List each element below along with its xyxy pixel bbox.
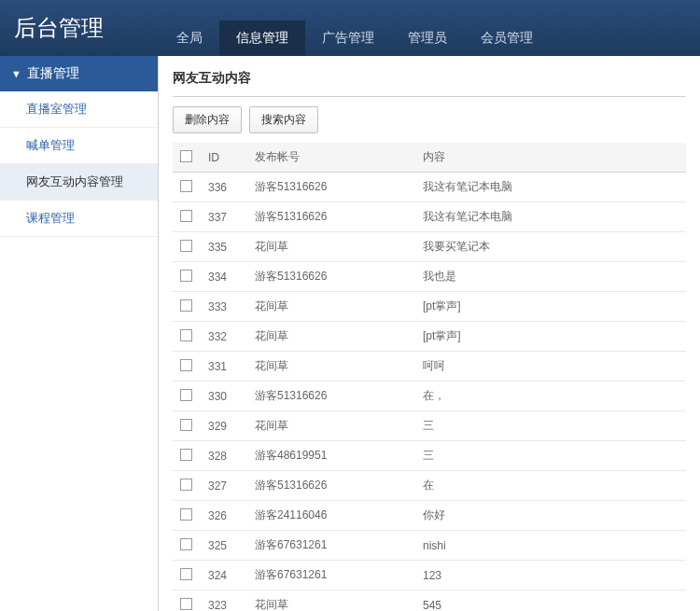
nav-item[interactable]: 全局 xyxy=(160,21,219,56)
row-id: 325 xyxy=(201,531,247,561)
row-id: 336 xyxy=(201,173,247,202)
row-account: 游客51316626 xyxy=(247,471,415,501)
row-account: 花间草 xyxy=(247,590,415,612)
row-checkbox[interactable] xyxy=(180,329,192,341)
row-id: 327 xyxy=(201,471,247,501)
row-checkbox-cell xyxy=(173,292,201,322)
page-title: 网友互动内容 xyxy=(173,65,686,97)
row-content: nishi xyxy=(415,531,686,561)
row-checkbox[interactable] xyxy=(180,479,192,491)
row-id: 328 xyxy=(201,441,247,471)
app-title: 后台管理 xyxy=(14,13,104,43)
row-checkbox[interactable] xyxy=(180,449,192,461)
select-all-checkbox[interactable] xyxy=(180,150,192,162)
row-id: 337 xyxy=(201,202,247,232)
row-checkbox-cell xyxy=(173,202,201,232)
row-content: 在， xyxy=(415,382,686,411)
delete-button[interactable]: 删除内容 xyxy=(173,106,242,133)
table-row: 323花间草545 xyxy=(173,590,686,612)
row-content: 我这有笔记本电脑 xyxy=(415,173,686,202)
main-nav: 全局信息管理广告管理管理员会员管理 xyxy=(160,0,550,56)
row-account: 游客67631261 xyxy=(247,561,415,590)
search-button[interactable]: 搜索内容 xyxy=(249,106,318,133)
row-account: 游客67631261 xyxy=(247,531,415,561)
row-id: 333 xyxy=(201,292,247,322)
row-content: 三 xyxy=(415,411,686,441)
row-content: 我这有笔记本电脑 xyxy=(415,202,686,232)
sidebar-header[interactable]: ▼ 直播管理 xyxy=(0,56,158,91)
table-row: 334游客51316626我也是 xyxy=(173,262,686,292)
row-checkbox[interactable] xyxy=(180,508,192,521)
row-checkbox[interactable] xyxy=(180,299,192,312)
sidebar: ▼ 直播管理 直播室管理喊单管理网友互动内容管理课程管理 xyxy=(0,56,159,611)
table-row: 336游客51316626我这有笔记本电脑 xyxy=(173,173,686,202)
row-content: [pt掌声] xyxy=(415,292,686,322)
row-checkbox-cell xyxy=(173,232,201,262)
table-row: 324游客67631261123 xyxy=(173,561,686,590)
table-row: 332花间草[pt掌声] xyxy=(173,322,686,352)
table-row: 326游客24116046你好 xyxy=(173,501,686,531)
data-table: ID 发布帐号 内容 336游客51316626我这有笔记本电脑337游客513… xyxy=(173,143,686,611)
row-content: 545 xyxy=(415,590,686,612)
row-checkbox-cell xyxy=(173,173,201,202)
row-content: 我也是 xyxy=(415,262,686,292)
sidebar-header-label: 直播管理 xyxy=(27,65,79,82)
row-content: 我要买笔记本 xyxy=(415,232,686,262)
header: 后台管理 全局信息管理广告管理管理员会员管理 xyxy=(0,0,700,56)
sidebar-item[interactable]: 喊单管理 xyxy=(0,128,158,164)
row-content: 三 xyxy=(415,441,686,471)
row-account: 游客24116046 xyxy=(247,501,415,531)
table-row: 337游客51316626我这有笔记本电脑 xyxy=(173,202,686,232)
row-checkbox-cell xyxy=(173,382,201,411)
row-checkbox[interactable] xyxy=(180,210,192,222)
table-row: 325游客67631261nishi xyxy=(173,531,686,561)
row-content: 在 xyxy=(415,471,686,501)
header-checkbox-cell xyxy=(173,143,201,173)
header-id: ID xyxy=(201,143,247,173)
header-content: 内容 xyxy=(415,143,686,173)
row-id: 330 xyxy=(201,382,247,411)
sidebar-item[interactable]: 直播室管理 xyxy=(0,91,158,128)
table-row: 330游客51316626在， xyxy=(173,382,686,411)
table-row: 335花间草我要买笔记本 xyxy=(173,232,686,262)
row-account: 花间草 xyxy=(247,352,415,382)
sidebar-item[interactable]: 课程管理 xyxy=(0,201,158,237)
row-id: 331 xyxy=(201,352,247,382)
row-checkbox-cell xyxy=(173,590,201,612)
content: 网友互动内容 删除内容 搜索内容 ID 发布帐号 内容 336游客5131662… xyxy=(159,56,700,611)
row-id: 324 xyxy=(201,561,247,590)
row-checkbox[interactable] xyxy=(180,359,192,371)
row-checkbox-cell xyxy=(173,531,201,561)
row-content: [pt掌声] xyxy=(415,322,686,352)
row-checkbox[interactable] xyxy=(180,270,192,282)
row-checkbox-cell xyxy=(173,322,201,352)
row-account: 游客51316626 xyxy=(247,173,415,202)
row-checkbox[interactable] xyxy=(180,538,192,550)
row-content: 呵呵 xyxy=(415,352,686,382)
row-checkbox[interactable] xyxy=(180,598,192,610)
row-content: 123 xyxy=(415,561,686,590)
main: ▼ 直播管理 直播室管理喊单管理网友互动内容管理课程管理 网友互动内容 删除内容… xyxy=(0,56,700,611)
row-checkbox[interactable] xyxy=(180,389,192,401)
row-account: 游客48619951 xyxy=(247,441,415,471)
row-checkbox-cell xyxy=(173,501,201,531)
row-checkbox[interactable] xyxy=(180,568,192,580)
row-checkbox[interactable] xyxy=(180,240,192,252)
row-id: 334 xyxy=(201,262,247,292)
nav-item[interactable]: 广告管理 xyxy=(305,21,391,56)
row-checkbox[interactable] xyxy=(180,180,192,192)
row-account: 花间草 xyxy=(247,411,415,441)
nav-item[interactable]: 会员管理 xyxy=(464,21,550,56)
row-checkbox[interactable] xyxy=(180,419,192,431)
nav-item[interactable]: 信息管理 xyxy=(219,21,305,56)
table-row: 328游客48619951三 xyxy=(173,441,686,471)
row-checkbox-cell xyxy=(173,561,201,590)
row-account: 游客51316626 xyxy=(247,202,415,232)
nav-item[interactable]: 管理员 xyxy=(391,21,464,56)
row-content: 你好 xyxy=(415,501,686,531)
row-id: 329 xyxy=(201,411,247,441)
sidebar-item[interactable]: 网友互动内容管理 xyxy=(0,164,158,201)
row-checkbox-cell xyxy=(173,441,201,471)
row-id: 326 xyxy=(201,501,247,531)
row-id: 335 xyxy=(201,232,247,262)
